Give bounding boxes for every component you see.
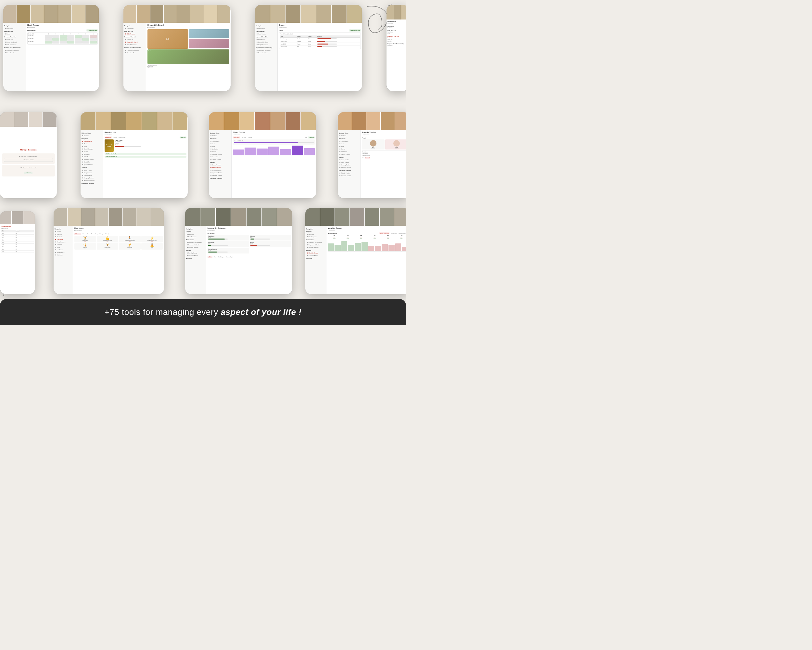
reading-instructions[interactable]: ▸ Instructions [105,134,186,136]
inc-monthly[interactable]: Monthly Recap [186,252,205,254]
ft-meditation[interactable]: Meditation [339,150,359,153]
ft-wellness[interactable]: Wellness [339,135,359,137]
st-add-btn[interactable]: + New Day [308,136,315,138]
inc-expenses[interactable]: New Expense [186,236,205,238]
rl-quotes[interactable]: Quotes Planner [81,164,102,166]
mr-instructions[interactable]: ▸ Instructions [328,230,406,231]
inc-all[interactable]: All Dates [186,233,205,235]
dream-instructions[interactable]: ▸ Instructions [148,27,229,28]
rl-wellness[interactable]: Wellness [81,135,102,137]
rl-meditation2[interactable]: Meditation Tracker [81,179,102,182]
habit-tracker-instructions[interactable]: ▸ Instructions [27,27,98,28]
mr-by-cat[interactable]: Expenses By Category [306,241,325,243]
st-mental[interactable]: Mental Aid [210,156,230,158]
ex-nutrition2[interactable]: Nutrition... [55,254,72,256]
st-dream[interactable]: Dream Tracker [210,164,230,166]
add-new-goal-btn[interactable]: + Add New Goal [349,29,361,32]
st-wellness[interactable]: Wellness [210,135,230,137]
ex-instructions[interactable]: ▸ Instructions [74,230,84,231]
ex-yoga[interactable]: Yoga [55,246,72,248]
ex-progress[interactable]: Progress... [55,243,72,246]
mr-monthly[interactable]: Monthly Recap [306,252,325,254]
inc-income-cal[interactable]: Income Calendar [186,246,205,249]
goals-instructions[interactable]: ▸ Instructions [279,27,361,28]
rl-yoga[interactable]: Yoga [81,145,102,148]
ex-iron[interactable]: Iron Equip... [55,249,72,251]
sidebar-dream[interactable]: Dream Life Board [4,41,25,43]
mr-income-cal[interactable]: Income Calendar [306,246,325,249]
g-daily[interactable]: Daily Affirmations [256,44,276,46]
st-reading[interactable]: Reading List [210,140,230,142]
ft-attitude[interactable]: Attitude Tracker [339,172,359,174]
rl-habit[interactable]: Habit Tracker [81,156,102,158]
sidebar-goals[interactable]: Goals [4,33,25,35]
sb-habit-tracker[interactable]: Habit Tracker [124,33,145,35]
rl-music[interactable]: Music Manager [81,148,102,150]
add-new-book-btn2[interactable]: + Add New Book To Read [105,153,186,155]
ex-body[interactable]: Body Measur... [55,241,72,243]
g-habit[interactable]: Habit Tracker [256,33,276,35]
inc-cal[interactable]: Expenses Calendar [186,244,205,246]
sb-daily[interactable]: Daily Affirmations [124,44,145,46]
rl-mental[interactable]: Mental Aid [81,161,102,163]
g-bucket[interactable]: Bucket List [256,38,276,41]
rl-meditation[interactable]: Meditation [81,153,102,155]
rl-sleep[interactable]: Sleep Tracker [81,171,102,174]
ft-sleep[interactable]: Sleep Tracker [339,161,359,164]
st-evening[interactable]: Evening Tracker [210,169,230,171]
add-new-reading-btn[interactable]: + Add New Reading List [105,156,186,158]
sidebar-bucket[interactable]: Bucket List [4,38,25,41]
income-instructions[interactable]: ▸ Instructions [208,230,291,231]
ft-quotes[interactable]: Quotes Planner [339,153,359,155]
sb-productivity[interactable]: Productivity [124,27,145,29]
add-new-book-btn[interactable]: + Add New [180,136,186,138]
g-dream[interactable]: Dream Life Board [256,41,276,43]
ft-mood[interactable]: Mood Tracker [339,159,359,161]
ft-reading[interactable]: Reading List [339,140,359,142]
ft-financial[interactable]: Financial Tracker [339,174,359,177]
sb-timer[interactable]: Pomodoro Timer [124,52,145,54]
rl-mood[interactable]: Mood Tracker [81,169,102,171]
rl-dream[interactable]: Dream Tracker [81,174,102,176]
mr-cal[interactable]: Expenses Calendar [306,244,325,246]
ex-nutrition[interactable]: Nutrition [55,233,72,235]
g-pomodoro[interactable]: Pomodoro Technique [256,49,276,51]
sb-pomodoro[interactable]: Pomodoro Technique [124,49,145,51]
st-wellness-j[interactable]: Wellness Journal [210,153,230,155]
rl-reading[interactable]: Reading List [81,140,102,142]
g-timer[interactable]: Pomodoro Timer [256,52,276,54]
sidebar-productivity[interactable]: Productivity [4,27,25,29]
sidebar-pomodoro[interactable]: Pomodoro Technique [4,49,25,51]
st-movies[interactable]: Movies [210,143,230,145]
inc-by-cat[interactable]: Expenses By Category [186,241,205,243]
st-journal[interactable]: Journal [210,150,230,153]
st-yoga[interactable]: Yoga [210,145,230,148]
sb-bucket[interactable]: Bucket List [124,38,145,41]
ft-journal[interactable]: Journal [339,148,359,150]
st-hydration[interactable]: Hydration Tracker [210,171,230,174]
ex-yoga-eq[interactable]: Yoga Equip... [55,251,72,254]
sidebar-affirmations[interactable]: Daily Affirmations [4,44,25,46]
ft-yoga[interactable]: Yoga [339,145,359,148]
ft-evening[interactable]: Evening Tracker [339,164,359,166]
ex-workout[interactable]: Workout L... [55,236,72,238]
st-sleep[interactable]: Sleep Tracker [210,167,230,169]
mr-all[interactable]: All Dates [306,233,325,235]
sidebar-timer[interactable]: Pomodoro Timer [4,52,25,54]
st-wellness2[interactable]: Wellness Tracker [210,174,230,176]
sleep-instructions[interactable]: ▸ Instructions [233,134,315,136]
ft-sleeping[interactable]: Sleeping Tracker [339,167,359,169]
add-new-day-btn[interactable]: + Add New Day [86,29,98,32]
inc-accounts[interactable]: Accounts Advice [186,254,205,257]
rl-journal[interactable]: Journal [81,150,102,153]
st-quotes[interactable]: Quotes Planner [210,158,230,161]
friends-instructions[interactable]: ▸ Instructions [362,134,377,136]
g-productivity[interactable]: Productivity [256,27,276,29]
rl-wellness-j[interactable]: Wellness Journal [81,158,102,161]
st-meditation[interactable]: Meditation [210,148,230,150]
ft-movies[interactable]: Movies [339,143,359,145]
mr-expense[interactable]: New Expense [306,236,325,238]
sb-dream-life[interactable]: Dream Life Board [124,41,145,43]
mr-accounts[interactable]: Accounts Advice [306,254,325,257]
ex-exercises[interactable]: Exercises [55,238,72,240]
